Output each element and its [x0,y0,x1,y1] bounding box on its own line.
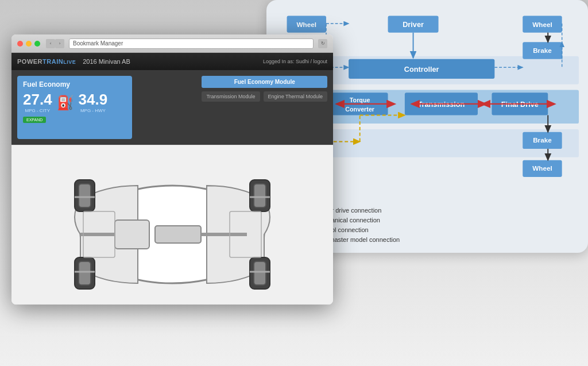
transmission-module-button[interactable]: Transmission Module [202,91,260,102]
svg-rect-19 [405,93,478,115]
svg-rect-5 [287,16,326,32]
svg-text:Wheel: Wheel [532,21,552,28]
svg-rect-23 [523,132,562,149]
svg-text:Transmission: Transmission [417,100,465,109]
fuel-pump-icon: ⛽ [57,95,74,111]
app-header: POWERTRAINLIVE 2016 Minivan AB Logged In… [11,53,333,70]
fuel-economy-module-button[interactable]: Fuel Economy Module [202,76,327,88]
svg-text:Converter: Converter [345,106,375,113]
svg-rect-47 [115,220,149,249]
svg-text:Final Drive: Final Drive [501,100,539,109]
traffic-lights [17,41,40,47]
car-diagram-svg [23,151,322,305]
minimize-button[interactable] [26,41,32,47]
svg-text:Wheel: Wheel [532,164,552,172]
svg-rect-56 [254,184,266,207]
browser-chrome: ‹ › Bookmark Manager ↻ [11,34,333,53]
svg-rect-52 [79,184,91,207]
fuel-economy-card: Fuel Economy 27.4 MPG - CITY ⛽ 34.9 MPG … [17,76,132,139]
close-button[interactable] [17,41,23,47]
svg-text:Brake: Brake [533,47,552,54]
expand-button[interactable]: EXPAND [23,117,46,123]
brand-logo: POWERTRAINLIVE [17,58,76,65]
forward-button[interactable]: › [55,39,64,48]
svg-rect-54 [79,261,91,285]
module-buttons-row: Transmission Module Engine Thermal Modul… [202,91,327,102]
address-bar-text: Bookmark Manager [73,40,123,47]
user-info: Logged In as: Sudhi / logout [263,59,327,64]
app-content: Fuel Economy 27.4 MPG - CITY ⛽ 34.9 MPG … [11,70,333,145]
refresh-button[interactable]: ↻ [318,39,327,48]
back-button[interactable]: ‹ [46,39,55,48]
mpg-hwy-block: 34.9 MPG - HWY [79,92,108,113]
brand-train: TRAIN [42,58,63,65]
modules-area: Fuel Economy Module Transmission Module … [202,76,327,139]
svg-rect-11 [349,59,494,79]
svg-text:Controller: Controller [404,65,439,74]
fuel-economy-title: Fuel Economy [23,80,126,88]
brand-power: POWER [17,58,42,65]
mpg-hwy-label: MPG - HWY [80,108,106,113]
vehicle-name: 2016 Minivan AB [83,58,130,65]
svg-text:Torque: Torque [350,97,370,103]
fuel-values: 27.4 MPG - CITY ⛽ 34.9 MPG - HWY [23,92,126,113]
svg-rect-16 [332,93,388,115]
brand-live: LIVE [63,59,76,65]
mpg-hwy-value: 34.9 [79,92,108,107]
svg-rect-21 [492,93,548,115]
svg-rect-3 [388,16,439,32]
maximize-button[interactable] [34,41,40,47]
svg-rect-48 [155,226,201,243]
svg-rect-58 [254,261,266,285]
mpg-city-label: MPG - CITY [25,108,51,113]
svg-rect-7 [523,16,562,32]
mpg-city-block: 27.4 MPG - CITY [23,92,52,113]
svg-text:Brake: Brake [533,136,552,144]
browser-window: ‹ › Bookmark Manager ↻ POWERTRAINLIVE 20… [11,34,333,305]
car-image-area [11,145,333,305]
mpg-city-value: 27.4 [23,92,52,107]
engine-thermal-module-button[interactable]: Engine Thermal Module [264,91,327,102]
address-bar[interactable]: Bookmark Manager [69,38,314,49]
svg-text:Wheel: Wheel [297,21,317,28]
svg-rect-9 [523,42,562,59]
svg-text:Driver: Driver [403,20,424,29]
svg-rect-25 [523,160,562,177]
